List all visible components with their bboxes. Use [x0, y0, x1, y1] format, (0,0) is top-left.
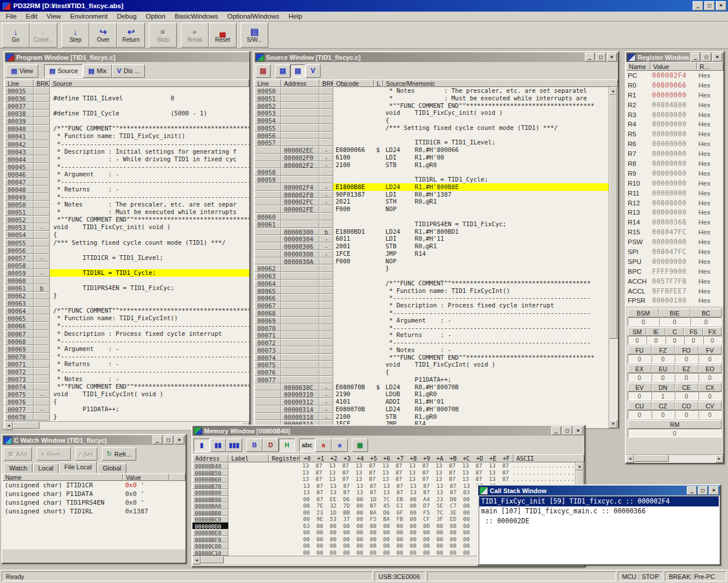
code-cell[interactable]: * Returns : -: [333, 331, 609, 339]
source-cell[interactable]: * Description : Process fixed cycle inte…: [50, 330, 249, 338]
breakpoint-cell[interactable]: [34, 132, 50, 140]
register-row[interactable]: ACCL 9FFBFEE7 Hex: [626, 287, 723, 296]
code-cell[interactable]: [333, 272, 609, 280]
memory-byte[interactable]: 87: [340, 489, 354, 496]
breakpoint-cell[interactable]: [319, 213, 333, 220]
memory-byte[interactable]: F5: [420, 509, 434, 516]
scroll-up-icon[interactable]: ▲: [576, 462, 584, 470]
memory-byte[interactable]: 9E: [314, 516, 327, 523]
source-cell[interactable]: /*""FUNC COMMENT""**********************…: [50, 307, 249, 314]
breakpoint-cell[interactable]: [319, 280, 333, 287]
code-row[interactable]: 00074 *""FUNC COMMENT END""*************…: [254, 354, 609, 361]
code-cell[interactable]: TID1PRS4EN = TID1_FixCyc;: [333, 220, 609, 228]
code-cell[interactable]: void TID1_FixCyc_init( void ): [333, 109, 609, 117]
register-radix[interactable]: Hex: [698, 208, 723, 218]
memory-byte[interactable]: 87: [419, 462, 432, 469]
register-value[interactable]: 00000000: [652, 179, 698, 189]
code-cell[interactable]: 2100 STB R1,@R0: [333, 161, 609, 169]
code-row[interactable]: 00069 * Argument : -: [5, 345, 249, 353]
source-cell[interactable]: *---------------------------------------…: [50, 368, 249, 375]
breakpoint-cell[interactable]: -: [34, 254, 50, 262]
register-radix[interactable]: Hex: [698, 189, 723, 198]
source-cell[interactable]: [50, 117, 249, 125]
memory-byte[interactable]: 00: [300, 549, 314, 556]
breakpoint-cell[interactable]: [34, 95, 50, 102]
toolbar-button[interactable]: ↪ Over: [89, 23, 117, 48]
memory-byte[interactable]: 00: [460, 496, 474, 503]
toolbar-button[interactable]: ▤ S/W...: [241, 23, 268, 48]
memory-byte[interactable]: 00: [380, 536, 394, 543]
scrollbar-thumb[interactable]: [201, 556, 224, 563]
code-row[interactable]: 00053 - void TID1_FixCyc_init( void ): [5, 223, 249, 231]
breakpoint-cell[interactable]: [34, 330, 50, 338]
source-cell[interactable]: * Argument : -: [50, 171, 249, 178]
memory-address[interactable]: 00800B90: [192, 496, 228, 503]
memory-byte[interactable]: 00: [407, 536, 420, 543]
memory-byte[interactable]: 00: [314, 542, 327, 549]
memory-byte[interactable]: 13: [434, 483, 447, 490]
code-cell[interactable]: 2100 STB R1,@R0: [333, 413, 609, 421]
memory-byte[interactable]: EE: [327, 496, 340, 503]
maximize-button[interactable]: □: [704, 1, 715, 10]
memory-byte[interactable]: 00: [394, 549, 407, 556]
code-cell[interactable]: }: [333, 265, 609, 272]
code-row[interactable]: 00069 * Argument : -: [254, 317, 609, 324]
breakpoint-cell[interactable]: [34, 171, 50, 178]
code-row[interactable]: 00059 TID1RL = TID1_Cycle;: [254, 176, 609, 183]
code-cell[interactable]: E080070B LD24 R0,#H'80070B: [333, 405, 609, 413]
memory-byte[interactable]: 00: [354, 523, 367, 530]
breakpoint-cell[interactable]: [319, 361, 333, 368]
memory-byte[interactable]: 87: [312, 469, 326, 476]
code-cell[interactable]: E1800B8E LD24 R1,#H'800B8E: [333, 183, 609, 191]
register-value[interactable]: 00808000: [652, 198, 698, 208]
code-row[interactable]: 00043 * Description : Initial settings f…: [5, 148, 249, 155]
code-row[interactable]: 00056: [254, 132, 609, 139]
register-row[interactable]: R10 00000000 Hex: [626, 179, 723, 189]
memory-byte[interactable]: 00: [327, 536, 340, 543]
code-row[interactable]: 00064 /*""FUNC COMMENT""****************…: [5, 307, 249, 314]
code-row[interactable]: 00035: [5, 87, 249, 95]
close-button[interactable]: ×: [607, 53, 617, 61]
code-row[interactable]: 00000310 - 2190 LDUB R1,@R0: [254, 390, 609, 398]
code-row[interactable]: 00053 void TID1_FixCyc_init( void ): [254, 109, 609, 117]
memory-byte[interactable]: 00: [460, 509, 474, 516]
memory-address[interactable]: 00800B60: [192, 476, 228, 483]
register-value[interactable]: 00000000: [652, 110, 698, 120]
source-cell[interactable]: #define TID1_Cycle (5000 - 1): [50, 110, 249, 117]
memory-byte[interactable]: FB: [394, 516, 407, 523]
memory-toolbar-button[interactable]: H: [279, 439, 295, 452]
register-value[interactable]: 00000000: [652, 208, 698, 218]
code-row[interactable]: 00059 - TID1RL = TID1_Cycle;: [5, 269, 249, 277]
program-window-titlebar[interactable]: Program Window [TID1_fixcyc.c]: [5, 52, 249, 62]
flag-value[interactable]: 1: [651, 392, 675, 400]
source-cell[interactable]: *---------------------------------------…: [50, 178, 249, 186]
memory-byte[interactable]: 00: [300, 542, 314, 549]
memory-byte[interactable]: 00: [420, 549, 434, 556]
register-radix[interactable]: Hex: [698, 120, 723, 129]
memory-byte[interactable]: 00: [354, 509, 367, 516]
memory-byte[interactable]: 00: [434, 549, 447, 556]
register-row[interactable]: R8 00000000 Hex: [626, 159, 723, 169]
source-view-button[interactable]: ▤: [256, 64, 271, 78]
memory-byte[interactable]: 00: [434, 542, 447, 549]
memory-byte[interactable]: 23: [314, 509, 327, 516]
memory-byte[interactable]: 87: [446, 469, 459, 476]
flag-value[interactable]: 0: [675, 410, 698, 419]
memory-byte[interactable]: 00: [314, 549, 327, 556]
memory-byte[interactable]: 00: [340, 529, 354, 536]
source-cell[interactable]: [50, 277, 249, 284]
memory-byte[interactable]: 00: [434, 536, 447, 543]
memory-byte[interactable]: 00: [300, 516, 314, 523]
memory-byte[interactable]: 13: [434, 489, 447, 496]
scroll-up-icon[interactable]: ▲: [609, 87, 617, 95]
code-row[interactable]: 00070 *---------------------------------…: [254, 324, 609, 332]
breakpoint-cell[interactable]: [34, 193, 50, 201]
breakpoint-cell[interactable]: [319, 117, 333, 124]
code-row[interactable]: 00039: [5, 117, 249, 125]
memory-byte[interactable]: 00: [354, 529, 367, 536]
source-cell[interactable]: *---------------------------------------…: [50, 322, 249, 329]
memory-byte[interactable]: 87: [472, 476, 486, 483]
source-cell[interactable]: *""FUNC COMMENT END""*******************…: [50, 383, 249, 390]
view-mode-button[interactable]: ▤ View: [6, 64, 38, 78]
source-cell[interactable]: * Returns : -: [50, 186, 249, 193]
